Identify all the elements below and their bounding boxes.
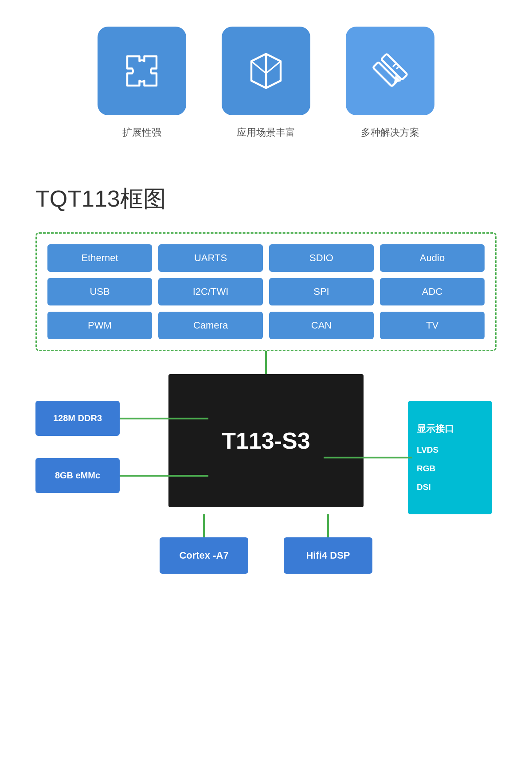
chip-sdio: SDIO [269, 244, 374, 272]
extensible-icon-box [98, 27, 186, 115]
peripheral-grid: Ethernet UARTS SDIO Audio USB I2C/TWI SP… [47, 244, 485, 339]
svg-line-8 [396, 67, 399, 69]
scenarios-icon-box [222, 27, 310, 115]
solutions-label: 多种解决方案 [361, 126, 419, 139]
solutions-icon-box [346, 27, 434, 115]
chip-adc: ADC [380, 278, 485, 305]
chip-spi: SPI [269, 278, 374, 305]
chip-i2c: I2C/TWI [158, 278, 263, 305]
diagram-title: TQT113框图 [35, 184, 497, 215]
left-memory: 128M DDR3 8GB eMMc [35, 374, 124, 493]
peripheral-box: Ethernet UARTS SDIO Audio USB I2C/TWI SP… [35, 232, 497, 351]
feature-extensible: 扩展性强 [98, 27, 186, 139]
cube-icon [242, 47, 290, 95]
feature-solutions: 多种解决方案 [346, 27, 434, 139]
cortex-chip: Cortex -A7 [160, 537, 248, 574]
feature-section: 扩展性强 应用场景丰富 [0, 0, 532, 157]
chip-uarts: UARTS [158, 244, 263, 272]
chip-usb: USB [47, 278, 152, 305]
svg-line-2 [266, 61, 281, 74]
cpu-chip: T113-S3 [168, 374, 364, 507]
display-rgb: RGB [417, 459, 483, 478]
chip-audio: Audio [380, 244, 485, 272]
display-dsi: DSI [417, 478, 483, 497]
hifi4-chip: Hifi4 DSP [284, 537, 372, 574]
diagram-inner: Ethernet UARTS SDIO Audio USB I2C/TWI SP… [35, 232, 497, 574]
scenarios-label: 应用场景丰富 [237, 126, 295, 139]
display-title: 显示接口 [417, 419, 483, 439]
chip-camera: Camera [158, 312, 263, 339]
svg-line-7 [393, 64, 395, 67]
diagram-section: TQT113框图 Ethernet UARTS SDIO Audio USB I… [0, 157, 532, 600]
svg-line-3 [251, 61, 266, 74]
display-chip: 显示接口 LVDS RGB DSI [408, 401, 492, 514]
ddr3-chip: 128M DDR3 [35, 401, 120, 436]
feature-scenarios: 应用场景丰富 [222, 27, 310, 139]
tools-icon [366, 47, 415, 95]
cpu-name: T113-S3 [222, 427, 310, 454]
puzzle-icon [117, 47, 166, 95]
chip-tv: TV [380, 312, 485, 339]
chip-pwm: PWM [47, 312, 152, 339]
svg-rect-6 [381, 54, 407, 80]
emmc-chip: 8GB eMMc [35, 458, 120, 493]
center-cpu-area: T113-S3 [124, 374, 408, 507]
extensible-label: 扩展性强 [122, 126, 161, 139]
display-lvds: LVDS [417, 441, 483, 459]
right-display-area: 显示接口 LVDS RGB DSI [408, 374, 497, 514]
chip-ethernet: Ethernet [47, 244, 152, 272]
chip-can: CAN [269, 312, 374, 339]
